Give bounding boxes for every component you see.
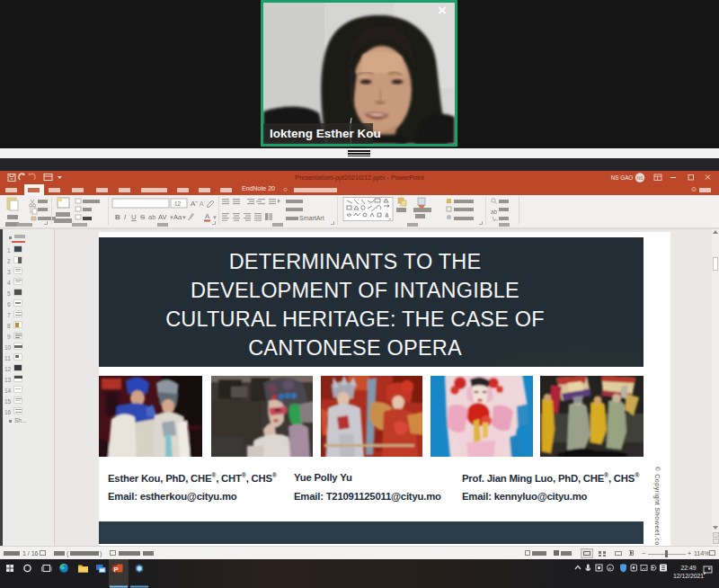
svg-text:12/12/2021: 12/12/2021 [673,573,704,579]
svg-text:P: P [114,566,119,574]
svg-text:12: 12 [174,200,182,207]
svg-text:e: e [608,566,612,571]
svg-text:ab: ab [148,213,155,221]
svg-text:I: I [124,213,127,221]
svg-text:22:49: 22:49 [680,565,696,571]
svg-text:S: S [140,213,145,221]
svg-text:NS: NS [637,175,644,181]
svg-text:ab: ab [491,209,498,215]
svg-text:B: B [115,213,120,221]
svg-text:U: U [131,213,137,221]
svg-text:▼: ▼ [212,215,217,220]
svg-text:Presentationt-ppt2021t212.pptx: Presentationt-ppt2021t212.pptx - PowerPo… [295,174,423,182]
svg-text:Aˆ: Aˆ [191,200,198,208]
svg-text:NS GAO: NS GAO [611,174,634,181]
svg-text:▼: ▼ [182,215,187,220]
svg-text:A: A [205,212,210,220]
svg-text:AV: AV [158,213,166,221]
svg-text:Aˋ: Aˋ [200,200,206,207]
